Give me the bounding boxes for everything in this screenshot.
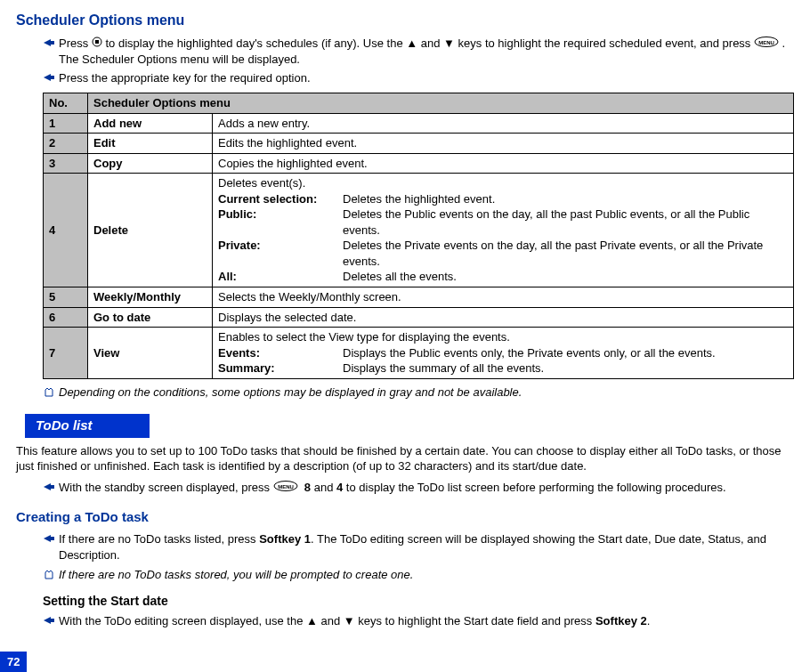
desc-intro: Enables to select the View type for disp…: [218, 329, 788, 345]
cell-desc: Deletes event(s). Current selection:Dele…: [213, 174, 794, 287]
page-number: 72: [0, 652, 27, 672]
table-row: 1 Add new Adds a new entry.: [44, 113, 794, 134]
sub-label: Public:: [218, 206, 343, 223]
pointer-icon: [43, 613, 59, 630]
up-arrow-icon: ▲: [306, 614, 318, 627]
instruction-row: Press to display the highlighted day's s…: [43, 36, 794, 68]
instruction-text: If there are no ToDo tasks listed, press…: [59, 531, 794, 563]
table-row: 7 View Enables to select the View type f…: [44, 328, 794, 379]
table-row: 4 Delete Deletes event(s). Current selec…: [44, 174, 794, 287]
cell-no: 3: [44, 153, 88, 174]
sub-value: Displays the summary of all the events.: [343, 360, 783, 376]
table-header-row: No. Scheduler Options menu: [44, 93, 794, 114]
sub-value: Displays the Public events only, the Pri…: [343, 345, 783, 361]
down-arrow-icon: ▼: [344, 614, 355, 627]
cell-no: 5: [44, 287, 88, 308]
svg-text:MENU: MENU: [278, 484, 294, 490]
sub-label: Current selection:: [218, 191, 343, 207]
todo-intro: This feature allows you to set up to 100…: [16, 443, 794, 474]
instruction-row: If there are no ToDo tasks listed, press…: [43, 531, 794, 563]
menu-key-icon: MENU: [273, 480, 298, 496]
cell-desc: Adds a new entry.: [213, 113, 794, 134]
pointer-icon: [43, 480, 59, 497]
info-hand-icon: [43, 567, 59, 585]
cell-no: 6: [44, 307, 88, 328]
cell-name: Copy: [88, 153, 213, 174]
sub-value: Deletes the highlighted event.: [343, 191, 783, 207]
instruction-row: Press the appropriate key for the requir…: [43, 70, 794, 87]
table-row: 6 Go to date Displays the selected date.: [44, 307, 794, 328]
instruction-text: Press the appropriate key for the requir…: [59, 70, 794, 86]
cell-name: View: [88, 328, 213, 379]
cell-name: Weekly/Monthly: [88, 287, 213, 308]
col-header-no: No.: [44, 93, 88, 114]
heading-scheduler-options: Scheduler Options menu: [16, 11, 794, 30]
pointer-icon: [43, 70, 59, 87]
heading-setting-start: Setting the Start date: [43, 593, 794, 610]
cell-name: Edit: [88, 134, 213, 154]
pointer-icon: [43, 531, 59, 548]
cell-desc: Selects the Weekly/Monthly screen.: [213, 287, 794, 308]
table-row: 2 Edit Edits the highlighted event.: [44, 134, 794, 154]
note-row: Depending on the conditions, some option…: [43, 385, 794, 402]
cell-no: 2: [44, 134, 88, 154]
pointer-icon: [43, 36, 59, 53]
sub-value: Deletes all the events.: [343, 269, 783, 285]
cell-name: Add new: [88, 113, 213, 134]
col-header-menu: Scheduler Options menu: [88, 93, 794, 114]
todo-section-bar: ToDo list: [25, 414, 150, 437]
note-row: If there are no ToDo tasks stored, you w…: [43, 567, 794, 585]
info-hand-icon: [43, 385, 59, 402]
desc-intro: Deletes event(s).: [218, 175, 788, 191]
instruction-text: With the ToDo editing screen displayed, …: [59, 613, 794, 629]
cell-desc: Edits the highlighted event.: [213, 134, 794, 154]
up-arrow-icon: ▲: [406, 36, 417, 50]
cell-no: 4: [44, 174, 88, 287]
instruction-row: With the standby screen displayed, press…: [43, 480, 794, 497]
sub-label: Private:: [218, 238, 343, 254]
sub-label: Events:: [218, 345, 343, 361]
cell-name: Delete: [88, 174, 213, 287]
instruction-row: With the ToDo editing screen displayed, …: [43, 613, 794, 630]
select-center-key-icon: [92, 36, 102, 52]
table-row: 5 Weekly/Monthly Selects the Weekly/Mont…: [44, 287, 794, 308]
cell-desc: Copies the highlighted event.: [213, 153, 794, 174]
down-arrow-icon: ▼: [443, 36, 455, 50]
note-create-text: If there are no ToDo tasks stored, you w…: [59, 567, 794, 583]
scheduler-options-table: No. Scheduler Options menu 1 Add new Add…: [43, 93, 794, 379]
sub-label: Summary:: [218, 360, 343, 376]
table-row: 3 Copy Copies the highlighted event.: [44, 153, 794, 174]
heading-creating-task: Creating a ToDo task: [16, 508, 794, 526]
instruction-text: Press to display the highlighted day's s…: [59, 36, 794, 68]
cell-desc: Displays the selected date.: [213, 307, 794, 328]
sub-value: Deletes the Public events on the day, al…: [343, 206, 783, 238]
cell-no: 1: [44, 113, 88, 134]
cell-name: Go to date: [88, 307, 213, 328]
note-gray-text: Depending on the conditions, some option…: [59, 385, 794, 401]
instruction-text: With the standby screen displayed, press…: [59, 480, 794, 496]
sub-value: Deletes the Private events on the day, a…: [343, 238, 783, 269]
svg-text:MENU: MENU: [758, 40, 774, 45]
svg-rect-1: [95, 40, 99, 44]
cell-desc: Enables to select the View type for disp…: [213, 328, 794, 379]
menu-key-icon: MENU: [754, 36, 779, 52]
cell-no: 7: [44, 328, 88, 379]
sub-label: All:: [218, 269, 343, 285]
